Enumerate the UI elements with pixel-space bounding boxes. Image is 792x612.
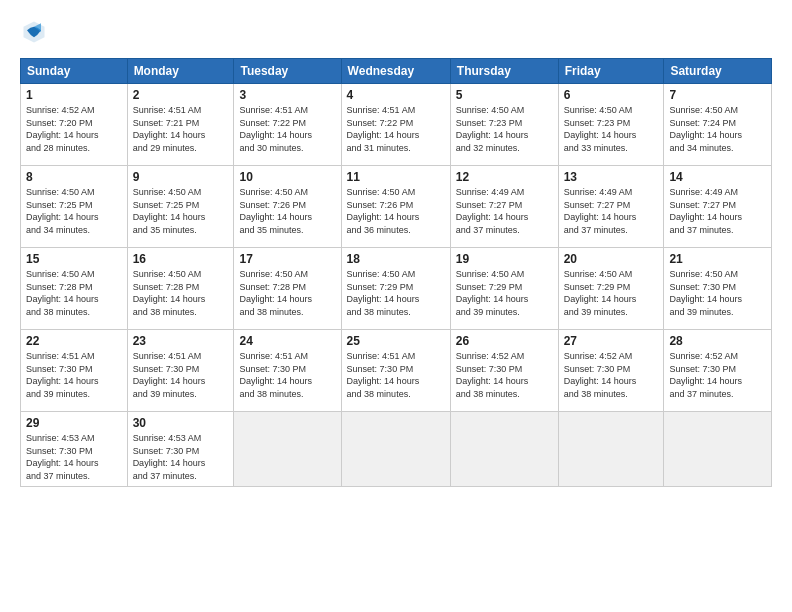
calendar-cell: 16Sunrise: 4:50 AM Sunset: 7:28 PM Dayli…: [127, 248, 234, 330]
calendar-week-row: 1Sunrise: 4:52 AM Sunset: 7:20 PM Daylig…: [21, 84, 772, 166]
day-info: Sunrise: 4:51 AM Sunset: 7:30 PM Dayligh…: [239, 350, 335, 400]
day-number: 18: [347, 252, 445, 266]
calendar-cell: 20Sunrise: 4:50 AM Sunset: 7:29 PM Dayli…: [558, 248, 664, 330]
day-info: Sunrise: 4:52 AM Sunset: 7:20 PM Dayligh…: [26, 104, 122, 154]
day-info: Sunrise: 4:49 AM Sunset: 7:27 PM Dayligh…: [669, 186, 766, 236]
calendar-cell: 22Sunrise: 4:51 AM Sunset: 7:30 PM Dayli…: [21, 330, 128, 412]
calendar-cell: [450, 412, 558, 487]
calendar-day-header: Thursday: [450, 59, 558, 84]
calendar-cell: 26Sunrise: 4:52 AM Sunset: 7:30 PM Dayli…: [450, 330, 558, 412]
logo: [20, 18, 52, 46]
day-number: 16: [133, 252, 229, 266]
day-number: 11: [347, 170, 445, 184]
day-info: Sunrise: 4:50 AM Sunset: 7:23 PM Dayligh…: [564, 104, 659, 154]
day-number: 9: [133, 170, 229, 184]
day-number: 5: [456, 88, 553, 102]
day-number: 20: [564, 252, 659, 266]
day-info: Sunrise: 4:50 AM Sunset: 7:24 PM Dayligh…: [669, 104, 766, 154]
calendar-cell: 6Sunrise: 4:50 AM Sunset: 7:23 PM Daylig…: [558, 84, 664, 166]
calendar-cell: 23Sunrise: 4:51 AM Sunset: 7:30 PM Dayli…: [127, 330, 234, 412]
day-info: Sunrise: 4:52 AM Sunset: 7:30 PM Dayligh…: [564, 350, 659, 400]
day-number: 29: [26, 416, 122, 430]
day-number: 22: [26, 334, 122, 348]
calendar-cell: 28Sunrise: 4:52 AM Sunset: 7:30 PM Dayli…: [664, 330, 772, 412]
day-info: Sunrise: 4:50 AM Sunset: 7:26 PM Dayligh…: [239, 186, 335, 236]
day-info: Sunrise: 4:50 AM Sunset: 7:30 PM Dayligh…: [669, 268, 766, 318]
day-info: Sunrise: 4:51 AM Sunset: 7:21 PM Dayligh…: [133, 104, 229, 154]
day-info: Sunrise: 4:51 AM Sunset: 7:22 PM Dayligh…: [239, 104, 335, 154]
calendar-cell: [341, 412, 450, 487]
day-number: 7: [669, 88, 766, 102]
day-number: 25: [347, 334, 445, 348]
day-number: 14: [669, 170, 766, 184]
logo-icon: [20, 18, 48, 46]
calendar-cell: [234, 412, 341, 487]
day-info: Sunrise: 4:50 AM Sunset: 7:28 PM Dayligh…: [239, 268, 335, 318]
day-number: 4: [347, 88, 445, 102]
page: SundayMondayTuesdayWednesdayThursdayFrid…: [0, 0, 792, 612]
day-number: 12: [456, 170, 553, 184]
day-info: Sunrise: 4:52 AM Sunset: 7:30 PM Dayligh…: [456, 350, 553, 400]
day-info: Sunrise: 4:51 AM Sunset: 7:22 PM Dayligh…: [347, 104, 445, 154]
day-info: Sunrise: 4:52 AM Sunset: 7:30 PM Dayligh…: [669, 350, 766, 400]
day-info: Sunrise: 4:50 AM Sunset: 7:29 PM Dayligh…: [564, 268, 659, 318]
day-info: Sunrise: 4:49 AM Sunset: 7:27 PM Dayligh…: [564, 186, 659, 236]
day-number: 24: [239, 334, 335, 348]
calendar-cell: [664, 412, 772, 487]
day-number: 3: [239, 88, 335, 102]
day-info: Sunrise: 4:53 AM Sunset: 7:30 PM Dayligh…: [133, 432, 229, 482]
day-info: Sunrise: 4:53 AM Sunset: 7:30 PM Dayligh…: [26, 432, 122, 482]
calendar-week-row: 8Sunrise: 4:50 AM Sunset: 7:25 PM Daylig…: [21, 166, 772, 248]
calendar-day-header: Sunday: [21, 59, 128, 84]
calendar-cell: 18Sunrise: 4:50 AM Sunset: 7:29 PM Dayli…: [341, 248, 450, 330]
day-number: 17: [239, 252, 335, 266]
calendar-day-header: Friday: [558, 59, 664, 84]
day-number: 27: [564, 334, 659, 348]
day-info: Sunrise: 4:50 AM Sunset: 7:28 PM Dayligh…: [26, 268, 122, 318]
calendar-cell: 29Sunrise: 4:53 AM Sunset: 7:30 PM Dayli…: [21, 412, 128, 487]
calendar-day-header: Tuesday: [234, 59, 341, 84]
day-info: Sunrise: 4:50 AM Sunset: 7:26 PM Dayligh…: [347, 186, 445, 236]
day-number: 15: [26, 252, 122, 266]
header: [20, 18, 772, 46]
calendar-cell: 19Sunrise: 4:50 AM Sunset: 7:29 PM Dayli…: [450, 248, 558, 330]
calendar-cell: 7Sunrise: 4:50 AM Sunset: 7:24 PM Daylig…: [664, 84, 772, 166]
day-number: 8: [26, 170, 122, 184]
calendar-cell: 11Sunrise: 4:50 AM Sunset: 7:26 PM Dayli…: [341, 166, 450, 248]
calendar-week-row: 29Sunrise: 4:53 AM Sunset: 7:30 PM Dayli…: [21, 412, 772, 487]
day-info: Sunrise: 4:51 AM Sunset: 7:30 PM Dayligh…: [26, 350, 122, 400]
calendar-cell: 12Sunrise: 4:49 AM Sunset: 7:27 PM Dayli…: [450, 166, 558, 248]
calendar-cell: 25Sunrise: 4:51 AM Sunset: 7:30 PM Dayli…: [341, 330, 450, 412]
calendar-table: SundayMondayTuesdayWednesdayThursdayFrid…: [20, 58, 772, 487]
calendar-cell: 21Sunrise: 4:50 AM Sunset: 7:30 PM Dayli…: [664, 248, 772, 330]
day-number: 6: [564, 88, 659, 102]
day-info: Sunrise: 4:50 AM Sunset: 7:29 PM Dayligh…: [347, 268, 445, 318]
day-number: 30: [133, 416, 229, 430]
calendar-day-header: Monday: [127, 59, 234, 84]
calendar-cell: 14Sunrise: 4:49 AM Sunset: 7:27 PM Dayli…: [664, 166, 772, 248]
day-info: Sunrise: 4:50 AM Sunset: 7:28 PM Dayligh…: [133, 268, 229, 318]
calendar-cell: 24Sunrise: 4:51 AM Sunset: 7:30 PM Dayli…: [234, 330, 341, 412]
calendar-cell: 15Sunrise: 4:50 AM Sunset: 7:28 PM Dayli…: [21, 248, 128, 330]
calendar-cell: 30Sunrise: 4:53 AM Sunset: 7:30 PM Dayli…: [127, 412, 234, 487]
day-number: 21: [669, 252, 766, 266]
calendar-cell: [558, 412, 664, 487]
calendar-week-row: 15Sunrise: 4:50 AM Sunset: 7:28 PM Dayli…: [21, 248, 772, 330]
day-info: Sunrise: 4:50 AM Sunset: 7:29 PM Dayligh…: [456, 268, 553, 318]
day-info: Sunrise: 4:51 AM Sunset: 7:30 PM Dayligh…: [347, 350, 445, 400]
day-number: 13: [564, 170, 659, 184]
day-number: 28: [669, 334, 766, 348]
calendar-cell: 5Sunrise: 4:50 AM Sunset: 7:23 PM Daylig…: [450, 84, 558, 166]
day-info: Sunrise: 4:50 AM Sunset: 7:25 PM Dayligh…: [26, 186, 122, 236]
day-number: 26: [456, 334, 553, 348]
calendar-cell: 4Sunrise: 4:51 AM Sunset: 7:22 PM Daylig…: [341, 84, 450, 166]
calendar-cell: 27Sunrise: 4:52 AM Sunset: 7:30 PM Dayli…: [558, 330, 664, 412]
calendar-cell: 8Sunrise: 4:50 AM Sunset: 7:25 PM Daylig…: [21, 166, 128, 248]
calendar-week-row: 22Sunrise: 4:51 AM Sunset: 7:30 PM Dayli…: [21, 330, 772, 412]
day-number: 10: [239, 170, 335, 184]
day-number: 2: [133, 88, 229, 102]
calendar-cell: 13Sunrise: 4:49 AM Sunset: 7:27 PM Dayli…: [558, 166, 664, 248]
calendar-cell: 17Sunrise: 4:50 AM Sunset: 7:28 PM Dayli…: [234, 248, 341, 330]
day-info: Sunrise: 4:50 AM Sunset: 7:23 PM Dayligh…: [456, 104, 553, 154]
calendar-day-header: Wednesday: [341, 59, 450, 84]
